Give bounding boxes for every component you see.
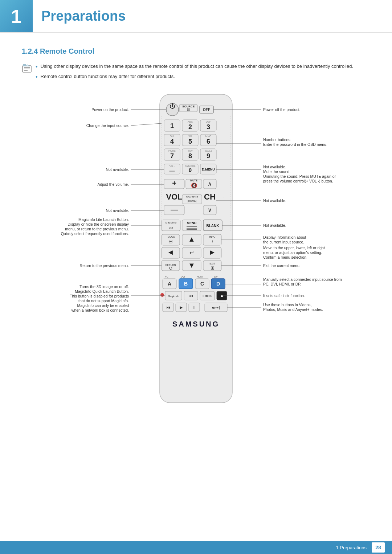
svg-text:..: ..: [223, 195, 224, 198]
svg-text:EXIT: EXIT: [209, 262, 215, 265]
svg-text:⊟: ⊟: [168, 238, 173, 244]
svg-text:when a network box is connecte: when a network box is connected.: [71, 308, 129, 312]
svg-text:D.MENU: D.MENU: [202, 168, 215, 171]
svg-text:↺: ↺: [169, 266, 173, 271]
svg-text:+: +: [172, 179, 176, 187]
main-content: 1.2.4 Remote Control ✎ • Using other dis…: [0, 33, 392, 457]
svg-text:⊟: ⊟: [187, 107, 190, 111]
svg-text:Mute the sound.: Mute the sound.: [263, 169, 290, 174]
svg-text:LOCK: LOCK: [203, 294, 212, 298]
svg-text:8: 8: [188, 152, 192, 160]
footer-label: 1 Preparations: [336, 545, 367, 550]
svg-text:3D: 3D: [189, 294, 193, 298]
svg-text:7: 7: [170, 152, 174, 160]
svg-text:Turns the 3D image on or off.: Turns the 3D image on or off.: [79, 284, 129, 289]
svg-text:▲: ▲: [188, 235, 195, 243]
page-title: Preparations: [33, 0, 126, 32]
svg-text:PC, DVI, HDMI, or DP.: PC, DVI, HDMI, or DP.: [263, 282, 301, 286]
svg-text:PQRS: PQRS: [168, 149, 176, 152]
svg-text:D: D: [216, 281, 220, 287]
bullet-2: •: [36, 73, 38, 81]
svg-text:the current input source.: the current input source.: [263, 240, 304, 244]
svg-text:6: 6: [207, 138, 210, 145]
svg-text:Not available.: Not available.: [263, 223, 286, 227]
svg-text:[HOME]: [HOME]: [188, 200, 197, 202]
svg-text:Photos, Music and Anynet+ mode: Photos, Music and Anynet+ modes.: [263, 307, 323, 312]
svg-text:HDMI: HDMI: [197, 275, 203, 278]
svg-text:▶: ▶: [180, 305, 183, 309]
svg-text:MUTE: MUTE: [190, 179, 197, 182]
svg-text:Quickly select frequently used: Quickly select frequently used functions…: [61, 231, 129, 236]
svg-text:DEL--: DEL--: [169, 165, 176, 168]
svg-point-112: [160, 293, 164, 297]
svg-text:WXYZ: WXYZ: [205, 149, 212, 152]
svg-text:Exit the current menu.: Exit the current menu.: [263, 263, 301, 268]
svg-text:TUV: TUV: [188, 149, 193, 152]
svg-text:DVI: DVI: [181, 275, 185, 278]
svg-text:DP: DP: [214, 275, 218, 278]
section-title: 1.2.4 Remote Control: [22, 47, 370, 56]
svg-text:SAMSUNG: SAMSUNG: [172, 320, 220, 328]
svg-text:TOOLS: TOOLS: [166, 235, 175, 238]
svg-text:Not available.: Not available.: [106, 167, 129, 172]
note-items: • Using other display devices in the sam…: [36, 63, 370, 83]
svg-text:C: C: [200, 281, 204, 287]
note-item-2: • Remote control button functions may di…: [36, 73, 370, 81]
svg-text:Power off the product.: Power off the product.: [263, 107, 301, 112]
svg-line-132: [131, 123, 162, 126]
svg-text:MagicInfo: MagicInfo: [168, 295, 179, 298]
svg-text:▼: ▼: [188, 261, 195, 269]
svg-text:Return to the previous menu.: Return to the previous menu.: [80, 263, 129, 268]
svg-text:9: 9: [207, 152, 210, 160]
svg-text:MagicInfo Lite Launch Button.: MagicInfo Lite Launch Button.: [78, 217, 129, 222]
svg-text:1: 1: [170, 122, 174, 130]
svg-text:BLANK: BLANK: [207, 224, 220, 228]
svg-text:⏸: ⏸: [192, 305, 196, 309]
svg-text:✎: ✎: [26, 64, 28, 66]
svg-text:2: 2: [188, 123, 192, 131]
svg-text:MagicInfo: MagicInfo: [166, 221, 176, 224]
svg-text:Adjust the volume.: Adjust the volume.: [98, 182, 129, 186]
svg-text:↵: ↵: [189, 250, 194, 256]
page-number: 28: [372, 542, 385, 553]
svg-text:This button is disabled for pr: This button is disabled for products: [70, 294, 129, 298]
bullet-1: •: [36, 63, 38, 71]
svg-text:Enter the password in the OSD : Enter the password in the OSD menu.: [263, 142, 327, 147]
svg-text:Display information about: Display information about: [263, 235, 306, 239]
svg-text:press the volume control(+ VOL: press the volume control(+ VOL -) button…: [263, 179, 333, 183]
note-block: ✎ • Using other display devices in the s…: [22, 63, 370, 83]
svg-text:CONTENT: CONTENT: [186, 196, 199, 198]
remote-diagram: ⏻ SOURCE ⊟ OFF 1 ABC 2 DEF 3 GHI 4: [22, 87, 370, 435]
svg-text:Display or hide the onscreen d: Display or hide the onscreen display: [68, 222, 129, 226]
svg-text:GHI: GHI: [170, 135, 175, 138]
note-text-1: Using other display devices in the same …: [41, 63, 353, 70]
svg-text:Confirm a menu selection.: Confirm a menu selection.: [263, 255, 307, 259]
svg-text:PC: PC: [165, 275, 168, 278]
svg-text:Not available.: Not available.: [106, 208, 129, 213]
svg-text:Manually select a connected in: Manually select a connected input source…: [263, 277, 342, 282]
svg-text:Unmuting the sound: Press MUTE: Unmuting the sound: Press MUTE again or: [263, 174, 336, 178]
svg-text:CH: CH: [204, 192, 216, 201]
svg-text:⏮: ⏮: [166, 305, 170, 309]
svg-text:B: B: [184, 281, 188, 287]
svg-text:INFO: INFO: [209, 235, 216, 238]
svg-text:Lite: Lite: [169, 226, 173, 229]
svg-text:Number buttons: Number buttons: [263, 138, 290, 142]
svg-text:It sets safe lock function.: It sets safe lock function.: [263, 294, 305, 298]
svg-text:OFF: OFF: [203, 108, 210, 112]
svg-text:DEF: DEF: [206, 120, 211, 123]
svg-text:⏭▶▶|: ⏭▶▶|: [212, 306, 220, 309]
svg-text:5: 5: [188, 138, 192, 145]
svg-text:—: —: [170, 168, 175, 174]
svg-text:∨: ∨: [208, 207, 212, 213]
note-text-2: Remote control button functions may diff…: [41, 73, 175, 80]
svg-text:Power on the product.: Power on the product.: [91, 107, 129, 112]
chapter-number: 1: [0, 0, 33, 32]
svg-text:Not available.: Not available.: [263, 165, 286, 169]
svg-text:◄: ◄: [167, 248, 174, 256]
svg-text:0: 0: [189, 167, 192, 173]
page-footer: 1 Preparations 28: [0, 541, 392, 554]
svg-text:Use these buttons in Videos,: Use these buttons in Videos,: [263, 303, 311, 307]
svg-text:3: 3: [207, 123, 210, 131]
svg-text:4: 4: [170, 138, 174, 145]
